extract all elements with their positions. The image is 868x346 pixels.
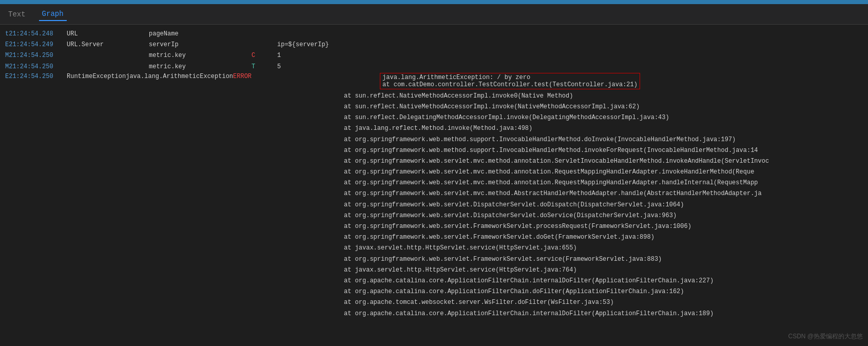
- stack-trace-line: at sun.reflect.DelegatingMethodAccessorI…: [339, 112, 868, 123]
- log-level: C: [252, 51, 277, 61]
- stack-trace-line: at org.springframework.web.servlet.mvc.m…: [339, 178, 868, 188]
- stack-trace-line: at org.springframework.web.servlet.mvc.m…: [339, 156, 868, 167]
- stack-trace-line: at org.springframework.web.servlet.mvc.m…: [339, 188, 868, 199]
- stack-trace-line: at org.apache.catalina.core.ApplicationF…: [339, 309, 868, 319]
- log-time: t21:24:54.248: [5, 29, 67, 39]
- error-row-main: E21:24:54.250 RuntimeExceptionjava.lang.…: [0, 72, 868, 91]
- stack-trace-line: at org.springframework.web.servlet.Dispa…: [339, 210, 868, 221]
- stack-trace-line: at org.springframework.web.servlet.Frame…: [339, 254, 868, 265]
- stack-trace-line: at org.apache.catalina.core.ApplicationF…: [339, 286, 868, 297]
- log-level: [252, 40, 277, 50]
- log-value: 1: [277, 51, 863, 61]
- stack-trace-line: at javax.servlet.http.HttpServlet.servic…: [339, 243, 868, 254]
- log-key: metric.key: [149, 51, 252, 61]
- stack-trace-line: at org.springframework.web.servlet.Dispa…: [339, 200, 868, 210]
- stack-trace-line: at org.springframework.web.servlet.Frame…: [339, 221, 868, 232]
- log-key: serverIp: [149, 40, 252, 50]
- log-row: E21:24:54.249 URL.Server serverIp ip=${s…: [0, 40, 868, 50]
- log-type: URL.Server: [67, 40, 149, 50]
- tab-text[interactable]: Text: [5, 8, 29, 21]
- top-bar: [0, 0, 868, 4]
- stack-trace-line: at org.apache.catalina.core.ApplicationF…: [339, 276, 868, 286]
- stack-line-1: java.lang.ArithmeticException: / by zero: [382, 74, 638, 81]
- log-content: t21:24:54.248 URL pageName E21:24:54.249…: [0, 25, 868, 346]
- log-key: pageName: [149, 29, 252, 39]
- error-stack-highlighted: java.lang.ArithmeticException: / by zero…: [380, 73, 640, 90]
- log-value: 5: [277, 62, 863, 72]
- watermark: CSDN @热爱编程的大忽悠: [788, 332, 863, 341]
- log-row: t21:24:54.248 URL pageName: [0, 29, 868, 40]
- log-type: [67, 62, 149, 72]
- log-value: ip=${serverIp}: [277, 40, 863, 50]
- stack-trace-line: at javax.servlet.http.HttpServlet.servic…: [339, 265, 868, 276]
- stack-trace-line: at sun.reflect.NativeMethodAccessorImpl.…: [339, 91, 868, 102]
- log-row: M21:24:54.250 metric.key T 5: [0, 62, 868, 72]
- error-time: E21:24:54.250: [5, 73, 67, 80]
- log-time: M21:24:54.250: [5, 62, 67, 72]
- tab-graph[interactable]: Graph: [39, 8, 67, 21]
- stack-trace-line: at org.apache.tomcat.websocket.server.Ws…: [339, 297, 868, 308]
- error-type: RuntimeExceptionjava.lang.ArithmeticExce…: [67, 73, 252, 80]
- log-level: T: [252, 62, 277, 72]
- tab-bar: Text Graph: [0, 4, 868, 25]
- stack-trace-line: at org.springframework.web.servlet.Frame…: [339, 232, 868, 243]
- stack-trace-line: at org.springframework.web.method.suppor…: [339, 134, 868, 145]
- log-type: URL: [67, 29, 149, 39]
- stack-trace-line: at org.springframework.web.servlet.mvc.m…: [339, 167, 868, 178]
- log-key: metric.key: [149, 62, 252, 72]
- log-time: E21:24:54.249: [5, 40, 67, 50]
- stack-trace-line: at sun.reflect.NativeMethodAccessorImpl.…: [339, 102, 868, 112]
- log-type: [67, 51, 149, 61]
- stack-trace: at sun.reflect.NativeMethodAccessorImpl.…: [0, 91, 868, 319]
- stack-highlight-box: java.lang.ArithmeticException: / by zero…: [380, 73, 640, 89]
- log-row: M21:24:54.250 metric.key C 1: [0, 50, 868, 61]
- log-level: [252, 29, 277, 39]
- log-value: [277, 29, 863, 39]
- log-time: M21:24:54.250: [5, 51, 67, 61]
- stack-line-2: at com.catDemo.controller.TestController…: [382, 81, 638, 88]
- stack-trace-line: at org.springframework.web.method.suppor…: [339, 145, 868, 156]
- stack-trace-line: at java.lang.reflect.Method.invoke(Metho…: [339, 123, 868, 134]
